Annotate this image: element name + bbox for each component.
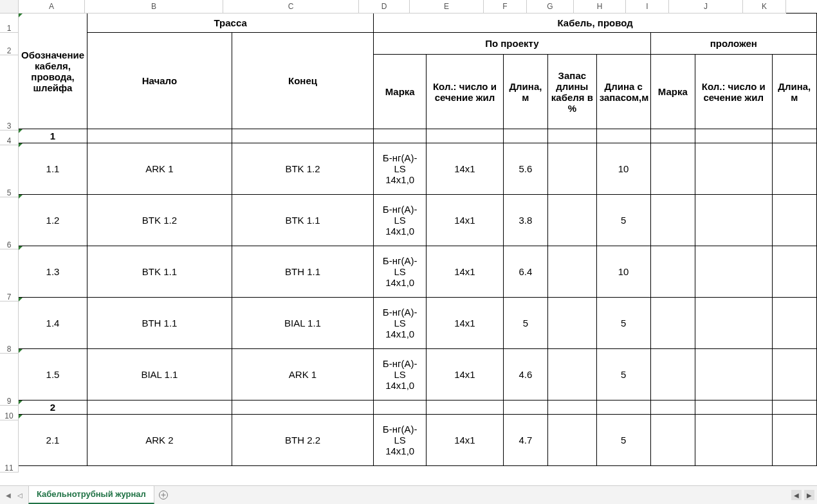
cell-J[interactable] xyxy=(695,195,772,246)
cell-D[interactable]: Б-нг(А)-LS14х1,0 xyxy=(374,195,427,246)
cell-B[interactable]: BIAL 1.1 xyxy=(87,349,232,401)
cell-D[interactable]: Б-нг(А)-LS14х1,0 xyxy=(374,415,427,466)
cell-J[interactable] xyxy=(695,143,772,195)
cell-K[interactable] xyxy=(772,401,816,415)
cell-F[interactable]: 4.6 xyxy=(503,349,547,401)
cell-A[interactable]: 2.1 xyxy=(19,415,87,466)
row-header-4[interactable]: 4 xyxy=(0,130,19,145)
cell-C[interactable]: BTH 1.1 xyxy=(232,246,373,298)
cell-D[interactable]: Б-нг(А)-LS14х1,0 xyxy=(374,246,427,298)
cell-H[interactable] xyxy=(596,401,650,415)
cell-I[interactable] xyxy=(650,129,695,143)
row-header-10[interactable]: 10 xyxy=(0,406,19,420)
cell-H[interactable]: 5 xyxy=(596,298,650,349)
cell-J[interactable] xyxy=(695,298,772,349)
cell-E[interactable]: 14х1 xyxy=(427,195,504,246)
col-header-D[interactable]: D xyxy=(359,0,410,14)
cell-K[interactable] xyxy=(772,195,816,246)
cell-C[interactable]: BIAL 1.1 xyxy=(232,298,373,349)
cell-H[interactable]: 10 xyxy=(596,143,650,195)
cell-F[interactable]: 5 xyxy=(503,298,547,349)
cell-I[interactable] xyxy=(650,298,695,349)
cell-A[interactable]: 1.1 xyxy=(19,143,87,195)
cell-J[interactable] xyxy=(695,129,772,143)
cell-B[interactable]: ARK 1 xyxy=(87,143,232,195)
cell-D[interactable] xyxy=(374,129,427,143)
row-header-7[interactable]: 7 xyxy=(0,249,19,302)
col-header-G[interactable]: G xyxy=(527,0,574,14)
cell-B[interactable]: BTH 1.1 xyxy=(87,298,232,349)
cell-E[interactable]: 14х1 xyxy=(427,415,504,466)
cell-I[interactable] xyxy=(650,195,695,246)
cell-G[interactable] xyxy=(548,143,597,195)
cell-C[interactable] xyxy=(232,401,373,415)
cell-G[interactable] xyxy=(548,298,597,349)
cell-A[interactable]: 1.5 xyxy=(19,349,87,401)
cell-B[interactable]: ARK 2 xyxy=(87,415,232,466)
col-header-A[interactable]: A xyxy=(19,0,85,14)
sheet-area[interactable]: Обозначение кабеля, провода, шлейфа Трас… xyxy=(18,13,817,486)
sheet-tab-active[interactable]: Кабельнотрубный журнал xyxy=(28,486,154,504)
cell-D[interactable] xyxy=(374,401,427,415)
hscroll-right-icon[interactable]: ▶ xyxy=(804,490,814,500)
cell-K[interactable] xyxy=(772,143,816,195)
cell-E[interactable] xyxy=(427,401,504,415)
cell-K[interactable] xyxy=(772,298,816,349)
cell-I[interactable] xyxy=(650,246,695,298)
row-header-1[interactable]: 1 xyxy=(0,13,19,33)
cell-J[interactable] xyxy=(695,401,772,415)
cell-F[interactable] xyxy=(503,129,547,143)
cell-B[interactable] xyxy=(87,129,232,143)
cell-E[interactable]: 14х1 xyxy=(427,143,504,195)
cell-G[interactable] xyxy=(548,246,597,298)
cell-B[interactable] xyxy=(87,401,232,415)
cell-A[interactable]: 1.2 xyxy=(19,195,87,246)
cell-J[interactable] xyxy=(695,246,772,298)
cell-E[interactable]: 14х1 xyxy=(427,246,504,298)
cell-H[interactable] xyxy=(596,129,650,143)
select-all-corner[interactable] xyxy=(0,0,19,14)
cell-B[interactable]: BTK 1.1 xyxy=(87,246,232,298)
col-header-F[interactable]: F xyxy=(484,0,527,14)
col-header-B[interactable]: B xyxy=(85,0,223,14)
nav-first-icon[interactable]: ◀ xyxy=(4,491,13,500)
row-header-8[interactable]: 8 xyxy=(0,302,19,354)
cell-F[interactable]: 3.8 xyxy=(503,195,547,246)
row-header-3[interactable]: 3 xyxy=(0,55,19,130)
cell-F[interactable]: 4.7 xyxy=(503,415,547,466)
cell-C[interactable]: BTH 2.2 xyxy=(232,415,373,466)
cell-J[interactable] xyxy=(695,349,772,401)
cell-E[interactable]: 14х1 xyxy=(427,349,504,401)
cell-H[interactable]: 5 xyxy=(596,349,650,401)
cell-A[interactable]: 1.4 xyxy=(19,298,87,349)
col-header-J[interactable]: J xyxy=(669,0,743,14)
cell-E[interactable] xyxy=(427,129,504,143)
cell-F[interactable] xyxy=(503,401,547,415)
cell-I[interactable] xyxy=(650,349,695,401)
cell-A[interactable]: 1 xyxy=(19,129,87,143)
cell-C[interactable]: BTK 1.2 xyxy=(232,143,373,195)
cell-G[interactable] xyxy=(548,415,597,466)
cell-G[interactable] xyxy=(548,195,597,246)
cell-D[interactable]: Б-нг(А)-LS14х1,0 xyxy=(374,349,427,401)
cell-D[interactable]: Б-нг(А)-LS14х1,0 xyxy=(374,298,427,349)
cell-C[interactable]: BTK 1.1 xyxy=(232,195,373,246)
col-header-C[interactable]: C xyxy=(223,0,359,14)
cell-I[interactable] xyxy=(650,143,695,195)
cell-G[interactable] xyxy=(548,129,597,143)
cell-F[interactable]: 5.6 xyxy=(503,143,547,195)
cell-I[interactable] xyxy=(650,415,695,466)
cell-E[interactable]: 14х1 xyxy=(427,298,504,349)
hscroll-left-icon[interactable]: ◀ xyxy=(791,490,802,500)
cell-F[interactable]: 6.4 xyxy=(503,246,547,298)
row-header-11[interactable]: 11 xyxy=(0,420,19,473)
nav-prev-icon[interactable]: ◁ xyxy=(15,491,24,500)
cell-G[interactable] xyxy=(548,401,597,415)
cell-K[interactable] xyxy=(772,129,816,143)
cell-J[interactable] xyxy=(695,415,772,466)
cell-H[interactable]: 5 xyxy=(596,415,650,466)
cell-K[interactable] xyxy=(772,246,816,298)
col-header-H[interactable]: H xyxy=(574,0,626,14)
cell-K[interactable] xyxy=(772,415,816,466)
cell-D[interactable]: Б-нг(А)-LS14х1,0 xyxy=(374,143,427,195)
